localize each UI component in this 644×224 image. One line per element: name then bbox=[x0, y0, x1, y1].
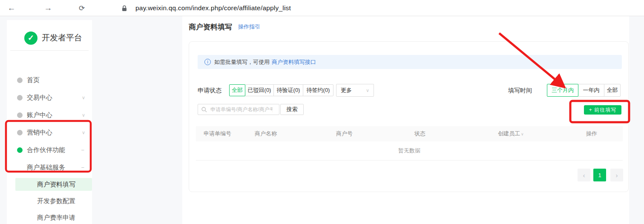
col-actions: 操作 bbox=[586, 126, 597, 141]
banner-api-link[interactable]: 商户资料填写接口 bbox=[272, 58, 316, 66]
time-option-3months[interactable]: 三个月内 bbox=[547, 84, 578, 97]
pagination-next-button[interactable]: › bbox=[610, 169, 623, 181]
col-apply-id: 申请单编号 bbox=[204, 126, 231, 141]
info-banner: i 如需批量填写，可使用 商户资料填写接口 bbox=[198, 55, 622, 69]
col-status: 状态 bbox=[414, 126, 426, 141]
pagination-prev-button[interactable]: ‹ bbox=[578, 169, 590, 181]
chevron-down-icon: ∨ bbox=[82, 95, 85, 101]
time-filter-label: 填写时间 bbox=[508, 87, 532, 95]
sidebar-item-label: 交易中心 bbox=[27, 94, 52, 102]
status-option-all[interactable]: 全部 bbox=[229, 84, 245, 96]
search-box bbox=[198, 104, 279, 115]
status-option-pending-sign[interactable]: 待签约(0) bbox=[303, 84, 334, 96]
more-label: 更多 bbox=[341, 86, 352, 94]
sidebar-item-label: 商户资料填写 bbox=[37, 181, 75, 189]
sidebar-item-partner-functions[interactable]: 合作伙伴功能 − bbox=[7, 144, 92, 156]
caret-down-icon: ∨ bbox=[521, 132, 524, 136]
search-button[interactable]: 搜索 bbox=[280, 104, 304, 115]
table-empty-state: 暂无数据 bbox=[196, 141, 623, 161]
menu-dot-icon bbox=[17, 95, 23, 101]
menu-dot-icon bbox=[17, 130, 23, 135]
sidebar-item-merchant-rate-apply[interactable]: 商户费率申请 bbox=[7, 211, 92, 224]
col-merchant-id: 商户号 bbox=[336, 126, 353, 141]
wechat-logo-icon: ✓ bbox=[24, 32, 37, 45]
logo: ✓ 开发者平台 bbox=[7, 31, 92, 45]
sidebar-item-label: 首页 bbox=[27, 76, 40, 84]
sidebar: ✓ 开发者平台 首页 交易中心 ∨ 账户中心 ∨ 营销中心 ∨ 合作伙伴功能 −… bbox=[7, 20, 92, 224]
status-filter-group: 全部 已驳回(0) 待验证(0) 待签约(0) bbox=[229, 84, 334, 96]
status-option-pending-verify[interactable]: 待验证(0) bbox=[273, 84, 303, 96]
page-title: 商户资料填写 bbox=[189, 22, 232, 32]
sidebar-item-marketing-center[interactable]: 营销中心 ∨ bbox=[7, 126, 92, 139]
sidebar-item-label: 账户中心 bbox=[27, 111, 52, 119]
content-card: i 如需批量填写，可使用 商户资料填写接口 申请状态 全部 已驳回(0) 待验证… bbox=[189, 41, 629, 192]
go-fill-button[interactable]: + 前往填写 bbox=[584, 105, 621, 115]
main-content: 商户资料填写 操作指引 i 如需批量填写，可使用 商户资料填写接口 申请状态 全… bbox=[182, 16, 629, 224]
menu-dot-icon bbox=[17, 78, 23, 83]
table-header: 申请单编号 商户名称 商户号 状态 创建员工∨ 操作 bbox=[196, 126, 623, 141]
pagination-page-1[interactable]: 1 bbox=[593, 169, 606, 181]
menu-dot-icon-active bbox=[17, 147, 23, 153]
browser-reload-icon[interactable]: ⟳ bbox=[75, 0, 88, 16]
ssl-lock-icon bbox=[122, 5, 127, 13]
banner-text: 如需批量填写，可使用 bbox=[214, 58, 270, 66]
col-creator[interactable]: 创建员工∨ bbox=[498, 126, 524, 141]
sidebar-item-label: 商户基础服务 bbox=[27, 164, 65, 172]
platform-title: 开发者平台 bbox=[42, 32, 82, 43]
collapse-minus-icon: − bbox=[81, 147, 84, 153]
time-option-1year[interactable]: 一年内 bbox=[578, 84, 604, 97]
sidebar-item-dev-params-config[interactable]: 开发参数配置 bbox=[7, 195, 92, 207]
sidebar-item-merchant-basic-services[interactable]: 商户基础服务 − bbox=[7, 161, 92, 174]
sidebar-item-account-center[interactable]: 账户中心 ∨ bbox=[7, 109, 92, 121]
operation-guide-link[interactable]: 操作指引 bbox=[238, 23, 260, 31]
chevron-down-icon: ∨ bbox=[82, 130, 85, 135]
sidebar-item-label: 营销中心 bbox=[27, 129, 52, 137]
sidebar-item-merchant-info-fill[interactable]: 商户资料填写 bbox=[15, 178, 92, 191]
sidebar-item-label: 合作伙伴功能 bbox=[27, 146, 65, 154]
browser-toolbar: ← → ⟳ pay.weixin.qq.com/index.php/core/a… bbox=[0, 0, 644, 16]
info-icon: i bbox=[204, 59, 211, 65]
browser-back-icon[interactable]: ← bbox=[5, 0, 18, 16]
status-option-rejected[interactable]: 已驳回(0) bbox=[245, 84, 274, 96]
collapse-minus-icon: − bbox=[81, 164, 84, 171]
sidebar-divider bbox=[10, 50, 89, 51]
empty-text: 暂无数据 bbox=[398, 147, 420, 155]
sidebar-item-home[interactable]: 首页 bbox=[7, 74, 92, 86]
address-bar-url[interactable]: pay.weixin.qq.com/index.php/core/affilia… bbox=[135, 0, 291, 16]
sidebar-item-label: 商户费率申请 bbox=[37, 214, 75, 222]
col-creator-label: 创建员工 bbox=[498, 130, 520, 137]
sidebar-item-trade-center[interactable]: 交易中心 ∨ bbox=[7, 91, 92, 104]
chevron-down-icon: ∨ bbox=[366, 88, 369, 93]
search-icon bbox=[201, 107, 207, 112]
browser-forward-icon[interactable]: → bbox=[42, 0, 55, 16]
col-merchant-name: 商户名称 bbox=[255, 126, 277, 141]
menu-dot-icon bbox=[17, 112, 23, 118]
chevron-down-icon: ∨ bbox=[82, 112, 85, 118]
status-filter-label: 申请状态 bbox=[198, 87, 221, 95]
time-filter-group: 三个月内 一年内 全部 bbox=[547, 84, 621, 97]
time-option-all[interactable]: 全部 bbox=[604, 84, 621, 97]
more-status-dropdown[interactable]: 更多 ∨ bbox=[336, 84, 374, 97]
sidebar-item-label: 开发参数配置 bbox=[37, 197, 75, 205]
search-input[interactable] bbox=[210, 106, 273, 113]
